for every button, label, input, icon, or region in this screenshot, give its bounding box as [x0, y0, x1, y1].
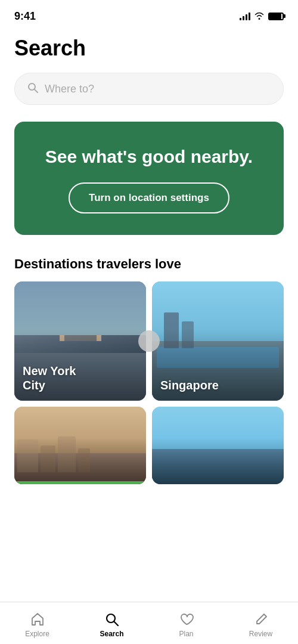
nav-item-search[interactable]: Search — [88, 608, 136, 642]
destinations-section: Destinations travelers love New York Cit… — [14, 256, 284, 484]
bottom-nav: Explore Search Plan — [0, 602, 298, 644]
divider-circle — [138, 330, 160, 352]
signal-icon — [240, 12, 250, 20]
location-settings-button[interactable]: Turn on location settings — [69, 182, 229, 213]
svg-line-3 — [114, 622, 118, 626]
nav-label-search: Search — [100, 630, 123, 638]
search-nav-icon — [104, 612, 120, 627]
search-container: Where to? — [14, 73, 284, 105]
dest-overlay-fourth — [152, 407, 284, 484]
destination-card-singapore[interactable]: Singapore — [152, 281, 284, 401]
promo-banner: See what's good nearby. Turn on location… — [14, 122, 284, 235]
search-input-wrapper[interactable]: Where to? — [14, 73, 284, 105]
svg-line-1 — [35, 89, 38, 93]
pencil-icon — [253, 612, 269, 627]
status-icons — [240, 11, 284, 21]
nav-item-explore[interactable]: Explore — [14, 608, 61, 642]
status-time: 9:41 — [14, 10, 36, 23]
search-icon — [27, 82, 39, 96]
nav-item-plan[interactable]: Plan — [163, 608, 210, 642]
nav-item-review[interactable]: Review — [237, 608, 285, 642]
main-content: Search Where to? See what's good nearby.… — [0, 30, 298, 484]
battery-icon — [268, 13, 284, 20]
status-bar: 9:41 — [0, 0, 298, 30]
bottom-nav-wrapper: Explore Search Plan — [0, 631, 298, 644]
search-input-placeholder[interactable]: Where to? — [45, 83, 94, 95]
destination-card-fourth[interactable] — [152, 407, 284, 484]
page-title: Search — [14, 36, 284, 61]
nav-label-review: Review — [249, 630, 272, 638]
nav-label-explore: Explore — [25, 630, 49, 638]
nav-label-plan: Plan — [179, 630, 193, 638]
home-icon — [30, 612, 45, 627]
green-stripe — [14, 481, 146, 484]
heart-icon — [179, 612, 194, 627]
section-title: Destinations travelers love — [14, 256, 284, 272]
dest-overlay-third — [14, 407, 146, 484]
promo-heading: See what's good nearby. — [32, 145, 266, 168]
wifi-icon — [254, 11, 265, 21]
dest-label-nyc: New York City — [23, 364, 76, 392]
destination-card-third[interactable] — [14, 407, 146, 484]
destination-card-nyc[interactable]: New York City — [14, 281, 146, 401]
dest-label-singapore: Singapore — [160, 378, 219, 392]
